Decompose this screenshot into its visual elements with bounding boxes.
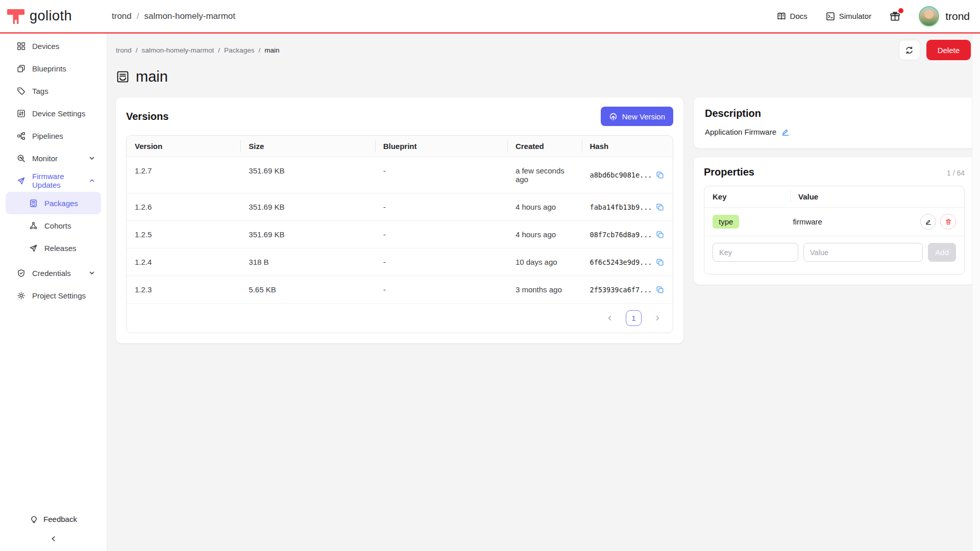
sliders-icon <box>17 109 26 118</box>
edit-property-button[interactable] <box>920 214 936 230</box>
sidebar-item-device-settings[interactable]: Device Settings <box>0 102 107 124</box>
terminal-icon <box>826 12 835 21</box>
cell-hash: 6f6c5243e9d9... <box>590 258 652 266</box>
app-header: golioth trond / salmon-homely-marmot Doc… <box>0 0 980 34</box>
delete-button[interactable]: Delete <box>926 40 971 60</box>
edit-description-button[interactable] <box>781 128 790 136</box>
new-version-label: New Version <box>622 112 665 121</box>
page-title: main <box>136 68 168 85</box>
upload-cloud-icon <box>609 112 618 121</box>
simulator-link[interactable]: Simulator <box>826 12 871 21</box>
properties-title: Properties <box>704 166 754 178</box>
chevron-down-icon <box>88 155 95 162</box>
sidebar-label: Firmware Updates <box>32 172 82 189</box>
copy-hash-button[interactable] <box>656 258 664 266</box>
header-breadcrumb-project[interactable]: trond <box>112 11 132 21</box>
sidebar-item-monitor[interactable]: Monitor <box>0 147 107 169</box>
user-menu[interactable]: trond <box>919 6 970 27</box>
cell-blueprint: - <box>375 157 507 193</box>
column-header-created: Created <box>507 136 582 157</box>
cell-size: 318 B <box>240 248 375 276</box>
property-key-input[interactable] <box>713 243 798 262</box>
breadcrumb-packages[interactable]: Packages <box>224 46 254 54</box>
devices-grid-icon <box>17 42 26 51</box>
sidebar-item-tags[interactable]: Tags <box>0 80 107 102</box>
tag-icon <box>17 87 26 95</box>
header-breadcrumb-app[interactable]: salmon-homely-marmot <box>144 11 235 21</box>
add-property-row: Add <box>704 236 964 274</box>
pagination-next-button[interactable] <box>652 312 664 324</box>
scrollbar[interactable] <box>972 34 980 551</box>
copy-hash-button[interactable] <box>656 286 664 294</box>
description-text: Application Firmware <box>705 128 776 136</box>
sidebar-label: Releases <box>44 244 77 253</box>
sidebar-label: Device Settings <box>32 109 85 118</box>
sidebar-item-credentials[interactable]: Credentials <box>0 262 107 284</box>
breadcrumb-separator: / <box>218 46 220 54</box>
feedback-button[interactable]: Feedback <box>30 515 77 523</box>
properties-table: Key Value type firmware <box>704 186 965 274</box>
logo-wordmark: golioth <box>30 8 72 24</box>
breadcrumb-current: main <box>264 46 279 54</box>
versions-card: Versions New Version Version Size Bluepr… <box>116 97 683 343</box>
delete-property-button[interactable] <box>940 214 956 230</box>
refresh-icon <box>905 46 914 55</box>
sidebar-item-firmware-updates[interactable]: Firmware Updates <box>0 169 107 192</box>
breadcrumb-separator: / <box>136 46 138 54</box>
sidebar-item-packages[interactable]: Packages <box>6 192 101 214</box>
sidebar: Devices Blueprints Tags Device Settings … <box>0 34 107 551</box>
whats-new-button[interactable] <box>890 11 900 21</box>
property-row: type firmware <box>704 207 964 236</box>
table-row: 1.2.6 351.69 KB - 4 hours ago faba14fb13… <box>127 193 673 220</box>
chevron-down-icon <box>88 269 95 277</box>
property-value-input[interactable] <box>803 243 923 262</box>
header-actions: Docs Simulator <box>777 6 970 27</box>
property-value: firmware <box>793 217 920 226</box>
package-icon <box>116 70 130 84</box>
cell-created: 4 hours ago <box>507 221 582 248</box>
shield-icon <box>17 269 26 278</box>
sidebar-item-cohorts[interactable]: Cohorts <box>0 214 107 237</box>
sidebar-collapse-button[interactable] <box>44 532 63 546</box>
sidebar-label: Devices <box>32 42 59 51</box>
cohorts-icon <box>29 221 38 230</box>
table-row: 1.2.4 318 B - 10 days ago 6f6c5243e9d9..… <box>127 248 673 276</box>
copy-hash-button[interactable] <box>656 231 664 239</box>
sidebar-item-project-settings[interactable]: Project Settings <box>0 284 107 307</box>
gear-icon <box>17 291 26 300</box>
column-header-version: Version <box>127 136 240 157</box>
pagination-page-1[interactable]: 1 <box>626 310 642 326</box>
golioth-logo[interactable]: golioth <box>7 7 112 26</box>
breadcrumb-separator: / <box>137 11 139 21</box>
cell-size: 351.69 KB <box>240 157 375 193</box>
docs-link[interactable]: Docs <box>777 12 807 21</box>
breadcrumb-project[interactable]: salmon-homely-marmot <box>142 46 214 54</box>
cell-hash: faba14fb13b9... <box>590 203 652 211</box>
copy-hash-button[interactable] <box>656 203 664 211</box>
send-icon <box>29 244 38 253</box>
breadcrumb: trond / salmon-homely-marmot / Packages … <box>116 46 279 54</box>
sidebar-label: Tags <box>32 87 48 95</box>
sidebar-label: Credentials <box>32 269 71 278</box>
package-doc-icon <box>29 199 38 208</box>
table-row: 1.2.5 351.69 KB - 4 hours ago 08f7cb76d8… <box>127 220 673 248</box>
description-title: Description <box>705 108 964 119</box>
column-header-value: Value <box>790 186 964 207</box>
refresh-button[interactable] <box>899 40 920 60</box>
copy-hash-button[interactable] <box>656 171 664 179</box>
lightbulb-icon <box>30 515 38 523</box>
cell-blueprint: - <box>375 248 507 276</box>
breadcrumb-trond[interactable]: trond <box>116 46 132 54</box>
sidebar-item-blueprints[interactable]: Blueprints <box>0 57 107 80</box>
pagination-prev-button[interactable] <box>604 312 616 324</box>
sidebar-item-releases[interactable]: Releases <box>0 237 107 259</box>
cell-size: 351.69 KB <box>240 221 375 248</box>
cell-blueprint: - <box>375 276 507 303</box>
new-version-button[interactable]: New Version <box>601 107 673 126</box>
sidebar-item-pipelines[interactable]: Pipelines <box>0 124 107 147</box>
sidebar-label: Cohorts <box>44 221 71 230</box>
add-property-button[interactable]: Add <box>928 243 956 262</box>
username: trond <box>945 10 970 22</box>
avatar <box>919 6 939 27</box>
sidebar-item-devices[interactable]: Devices <box>0 35 107 57</box>
